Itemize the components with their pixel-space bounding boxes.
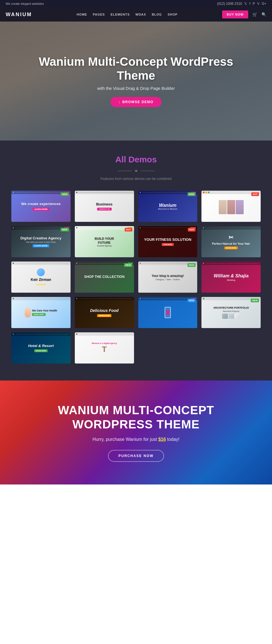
avatar bbox=[37, 268, 45, 276]
hero-section: Wanium Multi-Concept WordPress Theme wit… bbox=[0, 22, 272, 141]
demo-card-8[interactable]: ✂ Perfect Haircut for Your Hair BOOK NOW bbox=[201, 226, 261, 257]
demo-1-text: We create experiences bbox=[21, 202, 61, 207]
demo-card-10[interactable]: SHOP THE COLLECTION NEW bbox=[75, 262, 134, 293]
facebook-icon[interactable]: f bbox=[249, 2, 250, 6]
demo-16-badge: NEW bbox=[251, 299, 259, 302]
nav-home[interactable]: HOME bbox=[76, 13, 87, 16]
demos-subtitle: Features from various demos can be combi… bbox=[11, 177, 261, 181]
hero-subtitle: with the Visual Drag & Drop Page Builder bbox=[37, 86, 235, 91]
nav-blog[interactable]: BLOG bbox=[152, 13, 162, 16]
nav-shop[interactable]: SHOP bbox=[167, 13, 177, 16]
demo-card-1[interactable]: We create experiences LEARN MORE NEW bbox=[11, 191, 71, 222]
pinterest-icon[interactable]: P bbox=[253, 2, 255, 6]
browse-demo-button[interactable]: ↓ BROWSE DEMO bbox=[110, 97, 161, 107]
demo-13-text: We Care Your Health bbox=[32, 309, 57, 313]
demo-card-4[interactable]: HOT bbox=[201, 191, 261, 222]
buy-now-button[interactable]: BUY NOW bbox=[222, 10, 248, 18]
demos-title: All Demos bbox=[11, 155, 261, 164]
demo-14-text: Delicious Food bbox=[90, 308, 118, 313]
browse-demo-label: BROWSE DEMO bbox=[122, 100, 154, 104]
demo-5-text: Digital Creative Agency bbox=[20, 236, 61, 241]
demos-grid: We create experiences LEARN MORE NEW Bus… bbox=[11, 191, 261, 364]
google-plus-icon[interactable]: G+ bbox=[262, 2, 266, 6]
demo-3-text: Wanium bbox=[159, 203, 177, 208]
top-bar-right: (012) 1006 2310 𝕏 f P V G+ bbox=[217, 2, 266, 6]
cta-title: WANIUM MULTI-CONCEPTWORDPRESS THEME bbox=[11, 403, 261, 432]
demo-card-14[interactable]: Delicious Food ORDER NOW bbox=[75, 297, 134, 328]
divider-icon: ⚭ bbox=[134, 168, 138, 174]
demo-2-text: Business bbox=[96, 202, 112, 207]
demo-11-badge: NEW bbox=[188, 263, 196, 267]
navbar-actions: BUY NOW 🛒 🔍 bbox=[222, 10, 266, 18]
demo-card-11[interactable]: Your blog is amazing! Category•Date•Auth… bbox=[138, 262, 197, 293]
demo-card-5[interactable]: Digital Creative Agency Get what you lov… bbox=[11, 226, 71, 257]
demo-card-12[interactable]: William & Shajia Wedding bbox=[201, 262, 261, 293]
cta-subtitle: Hurry, purchase Wanium for just $16 toda… bbox=[11, 437, 261, 442]
medical-avatar bbox=[25, 308, 31, 318]
top-bar: We create elegant websites (012) 1006 23… bbox=[0, 0, 272, 7]
demo-7-text: YOUR FITNESS SOLUTION bbox=[144, 237, 191, 242]
navbar: WANIUM HOME PAGES ELEMENTS WDAX BLOG SHO… bbox=[0, 7, 272, 22]
demo-6-text: BUILD YOURFUTURE bbox=[95, 237, 114, 245]
search-icon[interactable]: 🔍 bbox=[262, 12, 266, 17]
hero-title: Wanium Multi-Concept WordPress Theme bbox=[37, 55, 235, 82]
demo-5-badge: NEW bbox=[61, 228, 69, 231]
demo-1-btn: LEARN MORE bbox=[33, 208, 49, 211]
demo-8-text: Perfect Haircut for Your Hair bbox=[212, 242, 250, 246]
phone-number: (012) 1006 2310 bbox=[217, 2, 242, 6]
divider-line-left bbox=[118, 171, 132, 171]
cart-icon[interactable]: 🛒 bbox=[252, 12, 257, 17]
demo-card-9[interactable]: Keir Zirman ★★★★★ bbox=[11, 262, 71, 293]
demo-5-btn: LEARN MORE bbox=[33, 244, 49, 247]
tagline: We create elegant websites bbox=[6, 2, 44, 5]
phone-mockup bbox=[165, 307, 171, 318]
demo-10-badge: NEW bbox=[124, 263, 132, 267]
nav-wdax[interactable]: WDAX bbox=[135, 13, 146, 16]
demo-card-2[interactable]: Business CONTACT US bbox=[75, 191, 134, 222]
cta-price: $16 bbox=[158, 437, 166, 442]
demos-header: All Demos ⚭ Features from various demos … bbox=[11, 155, 261, 181]
nav-elements[interactable]: ELEMENTS bbox=[110, 13, 130, 16]
hero-content: Wanium Multi-Concept WordPress Theme wit… bbox=[37, 55, 235, 107]
demo-10-text: SHOP THE COLLECTION bbox=[84, 275, 124, 279]
demo-9-text: Keir Zirman bbox=[31, 277, 51, 282]
arrow-down-icon: ↓ bbox=[118, 100, 121, 104]
twitter-icon[interactable]: 𝕏 bbox=[244, 2, 247, 6]
demo-17-text: Hotel & Resort bbox=[28, 344, 54, 348]
demo-card-7[interactable]: YOUR FITNESS SOLUTION JOIN NOW HOT bbox=[138, 226, 197, 257]
cta-subtitle-prefix: Hurry, purchase Wanium for just bbox=[93, 437, 158, 442]
demo-16-text: ARCHITECTURE PORTFOLIO bbox=[213, 306, 249, 310]
demo-card-6[interactable]: BUILD YOURFUTURE Trusted Agency HOT bbox=[75, 226, 134, 257]
scissors-icon: ✂ bbox=[229, 234, 233, 241]
nav-pages[interactable]: PAGES bbox=[93, 13, 105, 16]
demo-card-15[interactable]: NEW bbox=[138, 297, 197, 328]
site-logo[interactable]: WANIUM bbox=[6, 12, 32, 18]
demo-card-13[interactable]: We Care Your Health BOOK APPT bbox=[11, 297, 71, 328]
demo-11-text: Your blog is amazing! bbox=[152, 274, 184, 278]
demo-12-text: William & Shajia bbox=[214, 273, 248, 279]
demo-7-badge: HOT bbox=[188, 228, 196, 231]
demo-1-badge: NEW bbox=[61, 192, 69, 196]
demos-divider: ⚭ bbox=[11, 168, 261, 174]
demo-3-badge: NEW bbox=[188, 192, 196, 196]
demos-section: All Demos ⚭ Features from various demos … bbox=[0, 141, 272, 381]
cta-subtitle-suffix: today! bbox=[166, 437, 179, 442]
demo-15-badge: NEW bbox=[188, 299, 196, 302]
vimeo-icon[interactable]: V bbox=[257, 2, 260, 6]
divider-line-right bbox=[141, 171, 155, 171]
demo-card-16[interactable]: ARCHITECTURE PORTFOLIO Selected Projects… bbox=[201, 297, 261, 328]
demo-card-18[interactable]: Wanium is a digital agency T bbox=[75, 332, 134, 364]
main-nav: HOME PAGES ELEMENTS WDAX BLOG SHOP bbox=[76, 13, 177, 16]
demo-6-badge: HOT bbox=[125, 228, 132, 231]
purchase-now-button[interactable]: PURCHASE NOW bbox=[108, 450, 164, 462]
demo-card-17[interactable]: Hotel & Resort BOOK NOW bbox=[11, 332, 71, 364]
demo-4-badge: HOT bbox=[251, 192, 259, 196]
demo-2-btn: CONTACT US bbox=[97, 208, 112, 211]
demo-card-3[interactable]: Wanium Welcome to Wanium NEW bbox=[138, 191, 197, 222]
cta-section: WANIUM MULTI-CONCEPTWORDPRESS THEME Hurr… bbox=[0, 381, 272, 484]
